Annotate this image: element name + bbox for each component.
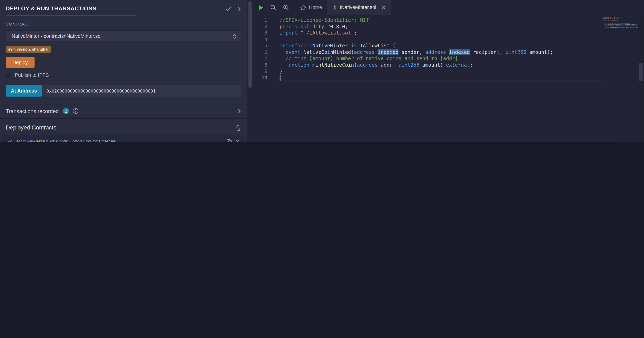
- tab-inativeminter[interactable]: INativeMinter.sol: [327, 0, 390, 15]
- home-icon: [300, 5, 306, 10]
- select-updown-icon: [233, 34, 236, 39]
- scrollbar-thumb[interactable]: [248, 1, 252, 88]
- contract-collapse-chevron-icon[interactable]: [8, 140, 12, 142]
- editor-tabbar: Home INativeMinter.sol: [253, 0, 644, 15]
- transactions-count-badge: 2: [62, 108, 69, 114]
- remove-contract-icon[interactable]: [236, 140, 239, 142]
- deploy-button[interactable]: Deploy: [6, 57, 34, 68]
- code-editor[interactable]: 12345678910 //SPDX-License-Identifier: M…: [253, 15, 644, 142]
- trash-icon[interactable]: [236, 124, 241, 131]
- deploy-run-panel: DEPLOY & RUN TRANSACTIONS CONTRACT INati…: [0, 0, 247, 142]
- panel-header: DEPLOY & RUN TRANSACTIONS: [0, 0, 247, 16]
- contract-select[interactable]: INativeMinter - contracts/INativeMinter.…: [6, 30, 241, 42]
- zoom-in-icon[interactable]: [283, 4, 289, 10]
- publish-ipfs-checkbox[interactable]: [6, 72, 11, 78]
- contract-select-value: INativeMinter - contracts/INativeMinter.…: [10, 33, 102, 39]
- publish-ipfs-label: Publish to IPFS: [15, 72, 49, 78]
- transactions-expand-chevron-icon[interactable]: [238, 108, 241, 114]
- at-address-input[interactable]: [42, 85, 241, 97]
- run-script-play-icon[interactable]: [258, 4, 264, 10]
- minimap-content: //SPDX-License-Identifier: MITpragma sol…: [602, 17, 638, 31]
- remix-window: DEPLOY & RUN TRANSACTIONS CONTRACT INati…: [0, 0, 644, 142]
- minimap[interactable]: //SPDX-License-Identifier: MITpragma sol…: [602, 15, 638, 142]
- solidity-icon: [333, 4, 337, 10]
- panel-scrollbar[interactable]: [247, 0, 253, 142]
- contract-section: CONTRACT INativeMinter - contracts/INati…: [0, 16, 247, 104]
- deployed-contract-card: INATIVEMINTER AT 0X020...00001 (BLOCKCHA…: [3, 135, 244, 142]
- deployed-contracts-title: Deployed Contracts: [6, 124, 56, 131]
- compile-check-icon: [225, 6, 232, 12]
- tab-home[interactable]: Home: [295, 0, 327, 15]
- tab-close-icon[interactable]: [382, 6, 385, 9]
- editor-code[interactable]: //SPDX-License-Identifier: MITpragma sol…: [272, 15, 602, 142]
- transactions-recorded-row[interactable]: Transactions recorded 2: [0, 104, 247, 119]
- editor-scrollbar-thumb[interactable]: [639, 63, 643, 80]
- zoom-out-icon[interactable]: [270, 4, 276, 10]
- transactions-recorded-label: Transactions recorded: [6, 108, 59, 114]
- evm-version-badge: evm version: shanghai: [6, 46, 51, 53]
- tab-home-label: Home: [309, 4, 322, 10]
- panel-title: DEPLOY & RUN TRANSACTIONS: [6, 5, 136, 12]
- at-address-button[interactable]: At Address: [6, 85, 42, 97]
- editor-gutter: 12345678910: [253, 15, 272, 142]
- editor-scrollbar[interactable]: [638, 15, 644, 142]
- copy-address-icon[interactable]: [226, 139, 232, 142]
- deployed-contract-title: INATIVEMINTER AT 0X020...00001 (BLOCKCHA…: [16, 139, 223, 142]
- info-circle-icon: [73, 108, 78, 114]
- editor-area: Home INativeMinter.sol 12345678910 //SPD…: [253, 0, 644, 142]
- deployed-contracts-section: Deployed Contracts INATIVEMINTER AT 0X02…: [0, 119, 247, 142]
- contract-label: CONTRACT: [6, 22, 30, 26]
- tab-inativeminter-label: INativeMinter.sol: [340, 4, 376, 10]
- panel-expand-chevron-icon[interactable]: [238, 6, 241, 12]
